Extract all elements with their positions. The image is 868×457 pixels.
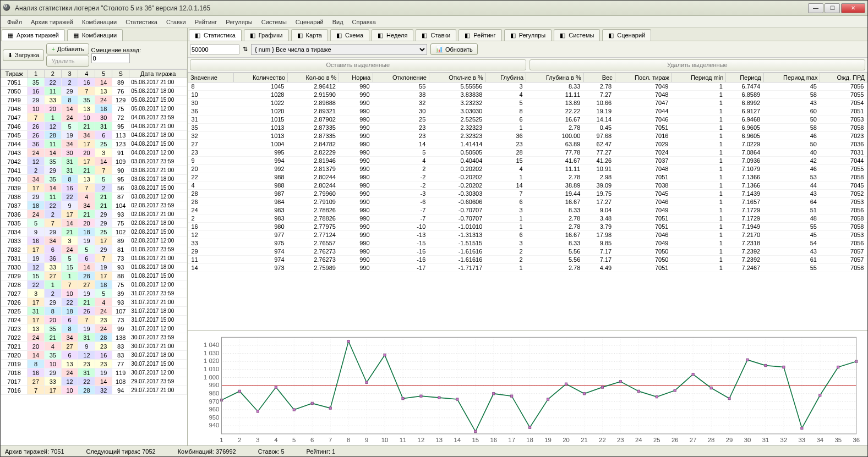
archive-header[interactable]: Дата тиража <box>129 70 187 78</box>
archive-header[interactable]: 4 <box>78 70 95 78</box>
archive-row[interactable]: 7044361134172512304.08.2017 15:00 <box>1 140 187 148</box>
stat-row[interactable]: 119742.76273990-16-1.6161625.567.1770501… <box>188 256 867 264</box>
archive-row[interactable]: 704929338352412905.08.2017 15:00 <box>1 96 187 104</box>
filter-select[interactable]: { num } Все числа в тираже <box>251 44 427 55</box>
archive-row[interactable]: 7018162924311911930.07.2017 12:00 <box>1 368 187 377</box>
refresh-button[interactable]: 📊Обновить <box>430 43 478 55</box>
stat-row[interactable]: 149732.75989990-17-1.7171712.784.4970511… <box>188 264 867 272</box>
archive-row[interactable]: 70513522216148905.08.2017 21:00 <box>1 78 187 87</box>
archive-row[interactable]: 70201435612168330.07.2017 18:00 <box>1 351 187 360</box>
stat-header[interactable]: Период max <box>763 73 820 82</box>
stat-header[interactable]: Кол-во в % <box>288 73 339 82</box>
archive-header[interactable]: 2 <box>44 70 61 78</box>
stat-header[interactable]: Вес <box>583 73 615 82</box>
archive-grid[interactable]: Тираж12345SДата тиража70513522216148905.… <box>1 69 187 445</box>
stat-row[interactable]: 169802.77975990-10-1.0101012.783.7970511… <box>188 223 867 231</box>
stat-row[interactable]: 229882.80244990-2-0.2020212.782.98705117… <box>188 173 867 181</box>
minimize-button[interactable]: — <box>808 3 823 13</box>
archive-row[interactable]: 70231335819249931.07.2017 12:00 <box>1 324 187 333</box>
right-tab-Статистика[interactable]: ◧Статистика <box>189 29 242 41</box>
stats-grid[interactable]: ЗначениеКоличествоКол-во в %НормаОтклоне… <box>188 73 867 330</box>
archive-row[interactable]: 7021204279238330.07.2017 21:00 <box>1 342 187 351</box>
stat-row[interactable]: 3010222.89888990323.23232513.8910.667047… <box>188 99 867 107</box>
menu-Файл[interactable]: Файл <box>4 18 25 26</box>
stat-row[interactable]: 99942.8194699040.404041541.6741.26703717… <box>188 157 867 165</box>
menu-Справка[interactable]: Справка <box>349 18 379 26</box>
right-tab-Схема[interactable]: ◧Схема <box>330 29 369 41</box>
stat-row[interactable]: 289872.79960990-3-0.30303719.4419.757045… <box>188 190 867 198</box>
archive-header[interactable]: 1 <box>28 70 45 78</box>
menu-Сценарий[interactable]: Сценарий <box>292 18 327 26</box>
menu-Архив тиражей[interactable]: Архив тиражей <box>28 18 77 26</box>
count-input[interactable] <box>190 45 239 54</box>
menu-Статистика[interactable]: Статистика <box>122 18 161 26</box>
archive-row[interactable]: 702531818262410731.07.2017 18:00 <box>1 307 187 316</box>
archive-row[interactable]: 7040343581359503.08.2017 18:00 <box>1 175 187 184</box>
close-button[interactable]: ✕ <box>841 3 865 13</box>
archive-row[interactable]: 703119365677301.08.2017 21:00 <box>1 254 187 263</box>
stat-row[interactable]: 810452.96412990555.5555638.332.78704916.… <box>188 82 867 91</box>
stat-row[interactable]: 3510132.87335990232.3232312.780.45705116… <box>188 124 867 132</box>
load-button[interactable]: ⬇Загрузка <box>3 49 44 61</box>
archive-header[interactable]: 3 <box>61 70 78 78</box>
archive-row[interactable]: 7017273312221410829.07.2017 23:59 <box>1 377 187 386</box>
delete-selected-button[interactable]: Удалить выделенные <box>529 59 866 70</box>
right-tab-Сценарий[interactable]: ◧Сценарий <box>602 29 651 41</box>
right-tab-Графики[interactable]: ◧Графики <box>244 29 289 41</box>
stat-header[interactable]: Отклонение <box>373 73 429 82</box>
archive-row[interactable]: 7022242134312813830.07.2017 23:59 <box>1 333 187 342</box>
stat-row[interactable]: 3610202.89321990303.03030822.2219.197044… <box>188 107 867 115</box>
stat-header[interactable]: Глубина в % <box>526 73 584 82</box>
stat-row[interactable]: 2710042.84782990141.414142363.8962.47702… <box>188 140 867 148</box>
stat-row[interactable]: 29832.78826990-7-0.7070712.783.48705117.… <box>188 214 867 223</box>
right-tab-Ставки[interactable]: ◧Ставки <box>416 29 456 41</box>
archive-row[interactable]: 70261729222149331.07.2017 21:00 <box>1 298 187 307</box>
archive-row[interactable]: 70362421721299302.08.2017 21:00 <box>1 210 187 219</box>
archive-row[interactable]: 7042123531171410903.08.2017 23:59 <box>1 157 187 166</box>
archive-row[interactable]: 703492921182510202.08.2017 15:00 <box>1 228 187 236</box>
stat-row[interactable]: 1010282.91590990383.83838411.117.2770481… <box>188 91 867 99</box>
archive-row[interactable]: 7041229312179003.08.2017 21:00 <box>1 166 187 175</box>
stat-row[interactable]: 299742.76273990-16-1.6161625.567.1770501… <box>188 247 867 256</box>
stat-header[interactable]: Значение <box>188 73 234 82</box>
archive-row[interactable]: 7028221727187501.08.2017 12:00 <box>1 280 187 289</box>
archive-row[interactable]: 7039171416725603.08.2017 15:00 <box>1 184 187 192</box>
archive-row[interactable]: 704526281934611304.08.2017 18:00 <box>1 131 187 140</box>
right-tab-Карта[interactable]: ◧Карта <box>291 29 328 41</box>
maximize-button[interactable]: ☐ <box>825 3 840 13</box>
archive-row[interactable]: 703012331514199301.08.2017 18:00 <box>1 263 187 272</box>
menu-Вид[interactable]: Вид <box>329 18 347 26</box>
stat-header[interactable]: Норма <box>339 73 373 82</box>
archive-row[interactable]: 70382911224218703.08.2017 12:00 <box>1 192 187 201</box>
archive-header[interactable]: S <box>112 70 129 78</box>
keep-selected-button[interactable]: Оставить выделенные <box>190 59 526 70</box>
menu-Системы[interactable]: Системы <box>258 18 290 26</box>
stat-row[interactable]: 239952.8222999050.505052877.7877.2770241… <box>188 148 867 157</box>
stat-row[interactable]: 209922.8137999020.20202411.1110.91704817… <box>188 165 867 173</box>
right-tab-Регуляры[interactable]: ◧Регуляры <box>504 29 552 41</box>
menu-Ставки[interactable]: Ставки <box>163 18 189 26</box>
archive-row[interactable]: 70462612521319504.08.2017 21:00 <box>1 122 187 131</box>
left-tab-Архив тиражей[interactable]: ▦Архив тиражей <box>2 29 65 41</box>
right-tab-Неделя[interactable]: ◧Неделя <box>372 29 413 41</box>
archive-row[interactable]: 7035571420297502.08.2017 18:00 <box>1 219 187 228</box>
stat-row[interactable]: 339752.76557990-15-1.5151538.339.8570491… <box>188 239 867 247</box>
menu-Регуляры[interactable]: Регуляры <box>222 18 256 26</box>
archive-row[interactable]: 70167171028329429.07.2017 21:00 <box>1 386 187 395</box>
stat-header[interactable]: Количество <box>234 73 288 82</box>
spinner-icon[interactable]: ⇅ <box>243 46 248 53</box>
archive-row[interactable]: 70331634319178902.08.2017 12:00 <box>1 236 187 245</box>
offset-input[interactable] <box>91 53 130 63</box>
archive-row[interactable]: 704810201413187505.08.2017 12:00 <box>1 104 187 113</box>
stat-header[interactable]: Ожд. ПРД <box>820 73 867 82</box>
archive-row[interactable]: 7024172067237331.07.2017 15:00 <box>1 316 187 324</box>
stat-header[interactable]: Период min <box>672 73 725 82</box>
archive-row[interactable]: 70198101323237730.07.2017 15:00 <box>1 360 187 368</box>
archive-row[interactable]: 7047712410307204.08.2017 23:59 <box>1 113 187 122</box>
archive-row[interactable]: 702732101953931.07.2017 23:59 <box>1 289 187 298</box>
add-button[interactable]: +Добавить <box>46 43 89 54</box>
delete-button[interactable]: Удалить <box>46 56 89 67</box>
archive-row[interactable]: 70432414302039104.08.2017 12:00 <box>1 148 187 157</box>
archive-row[interactable]: 7032176245298101.08.2017 23:59 <box>1 245 187 254</box>
right-tab-Рейтинг[interactable]: ◧Рейтинг <box>458 29 501 41</box>
